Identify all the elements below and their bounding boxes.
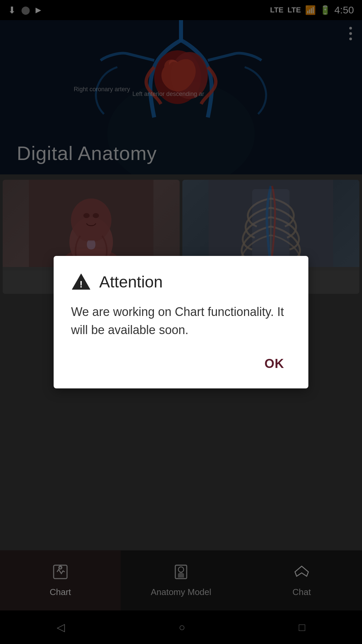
svg-text:!: ! <box>79 279 82 289</box>
dialog-footer: OK <box>71 353 291 375</box>
dialog-body: We are working on Chart functionality. I… <box>71 303 291 339</box>
dialog-overlay: ! Attention We are working on Chart func… <box>0 0 362 644</box>
warning-icon: ! <box>71 272 91 292</box>
dialog-ok-button[interactable]: OK <box>258 353 291 375</box>
dialog-title: Attention <box>99 273 163 291</box>
dialog-header: ! Attention <box>71 272 291 292</box>
attention-dialog: ! Attention We are working on Chart func… <box>54 256 308 388</box>
